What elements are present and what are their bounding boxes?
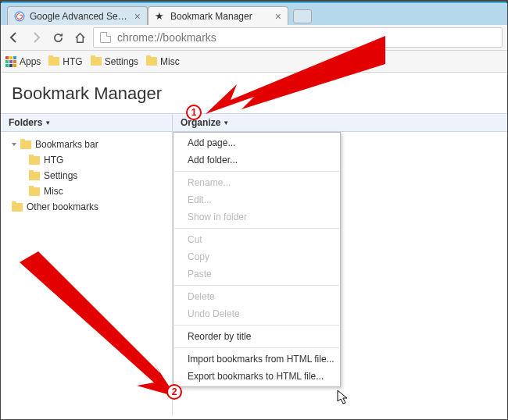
folders-header[interactable]: Folders ▼ bbox=[1, 114, 173, 131]
folders-label: Folders bbox=[9, 117, 42, 128]
menu-edit: Edit... bbox=[174, 191, 340, 208]
folder-icon bbox=[48, 57, 59, 66]
forward-button[interactable] bbox=[27, 29, 45, 46]
callout-1: 1 bbox=[186, 105, 202, 120]
annotation-arrow-1 bbox=[206, 36, 393, 122]
apps-button[interactable]: Apps bbox=[5, 56, 41, 67]
disclosure-triangle-icon[interactable] bbox=[12, 143, 16, 146]
star-icon: ★ bbox=[155, 11, 166, 22]
chevron-down-icon: ▼ bbox=[45, 119, 51, 126]
bookmark-folder-settings[interactable]: Settings bbox=[91, 56, 138, 67]
bookmark-label: Misc bbox=[160, 56, 180, 67]
menu-undo-delete: Undo Delete bbox=[174, 305, 340, 322]
google-icon bbox=[14, 11, 25, 22]
folder-icon bbox=[29, 156, 40, 165]
tree-label: Misc bbox=[44, 186, 63, 197]
page-icon bbox=[100, 32, 111, 43]
tab-google-search[interactable]: Google Advanced Search × bbox=[7, 6, 148, 25]
main-panel: Add page... Add folder... Rename... Edit… bbox=[173, 132, 507, 416]
menu-cut: Cut bbox=[174, 231, 340, 248]
apps-label: Apps bbox=[20, 56, 41, 67]
tree-item-misc[interactable]: Misc bbox=[1, 183, 172, 199]
callout-number: 1 bbox=[191, 107, 197, 118]
folder-icon bbox=[146, 57, 157, 66]
close-icon[interactable]: × bbox=[134, 10, 141, 23]
tab-title: Google Advanced Search bbox=[30, 11, 131, 22]
tree-label: Settings bbox=[44, 170, 77, 181]
menu-delete: Delete bbox=[174, 288, 340, 305]
tree-item-settings[interactable]: Settings bbox=[1, 168, 172, 183]
svg-marker-1 bbox=[206, 36, 385, 114]
browser-window: Google Advanced Search × ★ Bookmark Mana… bbox=[1, 3, 507, 419]
folder-icon bbox=[12, 203, 23, 212]
menu-separator bbox=[174, 228, 339, 229]
tree-item-bookmarks-bar[interactable]: Bookmarks bar bbox=[1, 137, 172, 152]
annotation-arrow-2 bbox=[20, 251, 184, 400]
menu-add-folder[interactable]: Add folder... bbox=[174, 151, 340, 169]
folder-icon bbox=[29, 172, 40, 180]
menu-separator bbox=[174, 347, 339, 348]
folder-icon bbox=[91, 57, 102, 66]
folder-icon bbox=[20, 141, 31, 149]
bookmark-folder-htg[interactable]: HTG bbox=[48, 56, 82, 67]
tree-label: Other bookmarks bbox=[27, 201, 98, 212]
cursor-icon bbox=[337, 390, 349, 408]
menu-separator bbox=[174, 171, 339, 172]
menu-add-page[interactable]: Add page... bbox=[174, 134, 340, 151]
close-icon[interactable]: × bbox=[275, 10, 281, 23]
callout-number: 2 bbox=[172, 386, 177, 397]
menu-export[interactable]: Export bookmarks to HTML file... bbox=[174, 368, 340, 385]
url-text: chrome://bookmarks bbox=[117, 31, 216, 44]
new-tab-button[interactable] bbox=[293, 9, 312, 23]
menu-copy: Copy bbox=[174, 248, 340, 265]
bookmark-label: Settings bbox=[105, 56, 138, 67]
folder-icon bbox=[29, 187, 40, 196]
tree-label: Bookmarks bar bbox=[35, 139, 98, 150]
menu-paste: Paste bbox=[174, 265, 340, 283]
home-button[interactable] bbox=[71, 29, 88, 46]
callout-2: 2 bbox=[166, 384, 182, 400]
tab-strip: Google Advanced Search × ★ Bookmark Mana… bbox=[1, 3, 507, 25]
tree-item-htg[interactable]: HTG bbox=[1, 152, 172, 168]
menu-show-in-folder: Show in folder bbox=[174, 208, 340, 226]
menu-separator bbox=[174, 325, 339, 326]
apps-icon bbox=[5, 56, 16, 67]
organize-menu: Add page... Add folder... Rename... Edit… bbox=[173, 132, 341, 387]
menu-reorder[interactable]: Reorder by title bbox=[174, 328, 340, 345]
tab-title: Bookmark Manager bbox=[170, 11, 272, 22]
tree-label: HTG bbox=[44, 155, 63, 166]
menu-import[interactable]: Import bookmarks from HTML file... bbox=[174, 351, 340, 368]
tab-bookmark-manager[interactable]: ★ Bookmark Manager × bbox=[148, 6, 288, 25]
svg-marker-2 bbox=[20, 251, 176, 397]
back-button[interactable] bbox=[5, 29, 23, 46]
tree-item-other-bookmarks[interactable]: Other bookmarks bbox=[1, 199, 172, 215]
bookmark-label: HTG bbox=[63, 56, 82, 67]
bookmark-folder-misc[interactable]: Misc bbox=[146, 56, 180, 67]
menu-separator bbox=[174, 285, 339, 286]
menu-rename: Rename... bbox=[174, 174, 340, 191]
reload-button[interactable] bbox=[49, 29, 66, 46]
